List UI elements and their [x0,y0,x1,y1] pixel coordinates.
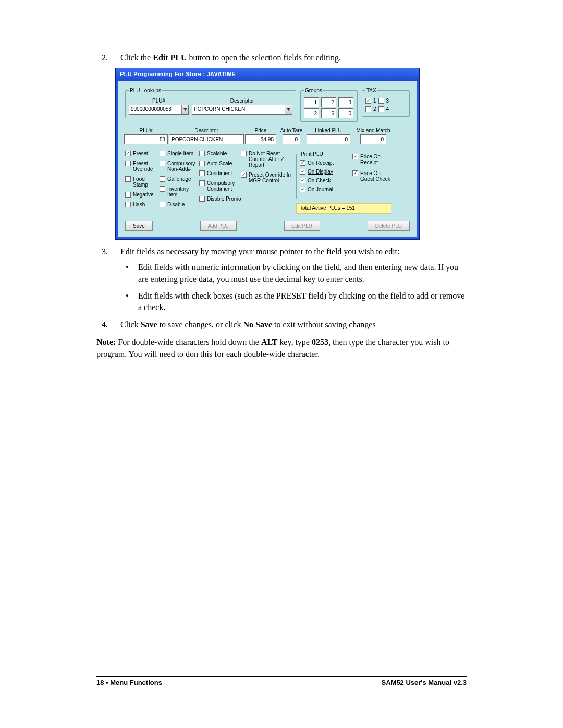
disable-promo-checkbox[interactable] [199,196,205,202]
price-field[interactable]: $4.95 [245,134,276,144]
mix-field[interactable]: 0 [360,134,386,144]
page-footer: 18 • Menu Functions SAM52 User's Manual … [96,676,467,686]
tax-2-label: 2 [373,106,376,113]
tax-4-checkbox[interactable] [378,106,384,112]
svg-marker-1 [287,108,290,111]
groups-fieldset: Groups 1 2 3 2 6 0 [300,87,358,122]
step-4: 4. Click Save to save changes, or click … [96,319,376,330]
tax-fieldset: TAX 1 3 2 4 [362,87,410,117]
note-paragraph: Note: For double-wide characters hold do… [96,337,467,360]
tax-3-checkbox[interactable] [378,98,384,104]
cb-column-2: Single Item Compulsory Non-Add# Gallonag… [160,151,196,214]
desc-field-label: Descriptor [194,127,218,134]
preset-override-mgr-checkbox[interactable] [241,172,247,178]
note-label: Note: [96,338,116,347]
fields-row: PLU# 53 Descriptor POPCORN CHICKEN Price… [125,127,410,144]
tax-3-label: 3 [386,97,389,105]
plu-window: PLU Programming For Store : JAVATIME PLU… [115,68,420,239]
price-on-receipt-checkbox[interactable] [352,154,358,159]
lookup-plu-label: PLU# [129,97,189,105]
linked-field[interactable]: 0 [307,134,350,144]
compulsory-nonadd-checkbox[interactable] [160,161,165,166]
autotare-field-label: Auto Tare [280,127,303,134]
single-item-checkbox[interactable] [160,151,165,156]
group-cell[interactable]: 0 [338,108,353,118]
preset-checkbox[interactable] [125,151,131,156]
step-2-bold: Edit PLU [153,53,187,62]
plu-field-label: PLU# [139,127,152,134]
lookup-plu-combo[interactable] [129,105,189,115]
groups-legend: Groups [304,87,323,94]
window-body: PLU Lookups PLU# Descr [116,81,419,239]
price-on-column: Price On Receipt Price On Guest Check [352,154,391,199]
tax-1-label: 1 [373,97,376,105]
footer-right: SAM52 User's Manual v2.3 [382,678,467,686]
cb-column-3: Scalable Auto Scale Condiment Compulsory… [199,151,238,214]
tax-2-checkbox[interactable] [365,106,371,112]
scalable-checkbox[interactable] [199,151,205,156]
save-button[interactable]: Save [125,221,153,231]
step-3-text: Edit fields as necessary by moving your … [120,246,399,257]
disable-checkbox[interactable] [160,202,165,207]
on-display-checkbox[interactable] [300,169,305,175]
food-stamp-checkbox[interactable] [125,176,131,182]
autotare-field[interactable]: 0 [283,134,300,144]
tax-4-label: 4 [386,106,389,113]
options-row: Preset Preset Override Food Stamp Negati… [125,151,410,214]
group-cell[interactable]: 6 [321,108,336,118]
cb-column-4: Do Not Reset Counter After Z Report Pres… [241,151,293,214]
on-journal-checkbox[interactable] [300,187,305,192]
on-receipt-checkbox[interactable] [300,160,305,166]
tax-1-checkbox[interactable] [365,98,371,104]
lookup-desc-combo[interactable] [192,105,292,115]
desc-field[interactable]: POPCORN CHICKEN [169,134,244,144]
condiment-checkbox[interactable] [199,170,205,176]
linked-field-label: Linked PLU [315,127,342,134]
hash-checkbox[interactable] [125,202,131,207]
inventory-item-checkbox[interactable] [160,186,165,192]
mix-field-label: Mix and Match [356,127,390,134]
group-cell[interactable]: 1 [304,97,319,107]
on-check-checkbox[interactable] [300,178,305,183]
no-reset-z-checkbox[interactable] [241,151,247,156]
page-content: 2. Click the Edit PLU button to open the… [0,0,563,360]
print-plu-legend: Print PLU [300,151,324,158]
cb-column-1: Preset Preset Override Food Stamp Negati… [125,151,156,214]
step-2-pre: Click the [120,53,153,62]
footer-left: 18 • Menu Functions [96,678,162,686]
print-plu-fieldset: Print PLU On Receipt On Display On Check… [296,151,348,199]
lookup-plu-value[interactable] [129,105,181,113]
preset-override-checkbox[interactable] [125,161,131,166]
price-on-guestcheck-checkbox[interactable] [352,170,358,176]
price-field-label: Price [255,127,267,134]
step-3-bullets: •Edit fields with numeric information by… [126,262,467,314]
edit-plu-button[interactable]: Edit PLU [284,221,320,231]
chevron-down-icon[interactable] [181,105,188,114]
total-active-plu-bar: Total Active PLUs = 151 [296,203,391,214]
svg-marker-0 [183,108,187,111]
top-row: PLU Lookups PLU# Descr [125,87,410,122]
group-cell[interactable]: 2 [321,97,336,107]
group-cell[interactable]: 3 [338,97,353,107]
delete-plu-button[interactable]: Delete PLU [368,221,410,231]
step-2-post: button to open the selection fields for … [187,53,341,62]
compulsory-condiment-checkbox[interactable] [199,180,205,186]
plu-lookups-fieldset: PLU Lookups PLU# Descr [125,87,296,118]
negative-checkbox[interactable] [125,192,131,198]
lookup-desc-value[interactable] [192,105,285,113]
bullet-1: Edit fields with numeric information by … [138,262,467,285]
bullet-2: Edit fields with check boxes (such as th… [138,290,467,314]
window-titlebar[interactable]: PLU Programming For Store : JAVATIME [116,68,419,80]
plu-field[interactable]: 53 [124,134,168,144]
auto-scale-checkbox[interactable] [199,161,205,166]
group-cell[interactable]: 2 [304,108,319,118]
plu-lookups-legend: PLU Lookups [129,87,162,94]
gallonage-checkbox[interactable] [160,176,165,182]
step-3: 3. Edit fields as necessary by moving yo… [96,246,399,257]
add-plu-button[interactable]: Add PLU [200,221,237,231]
tax-legend: TAX [365,87,377,94]
lookup-desc-label: Descriptor [192,97,292,105]
step-2: 2. Click the Edit PLU button to open the… [96,52,341,64]
button-row: Save Add PLU Edit PLU Delete PLU [125,221,410,231]
chevron-down-icon[interactable] [285,105,292,114]
